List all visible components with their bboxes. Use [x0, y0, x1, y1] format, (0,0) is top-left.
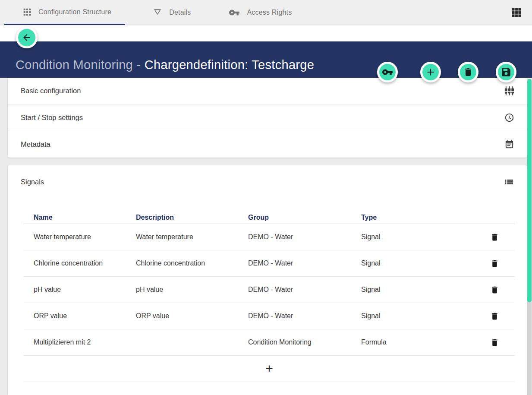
add-button[interactable] — [420, 62, 441, 82]
section-basic-configuration[interactable]: Basic configuration — [8, 78, 527, 104]
tab-access-rights[interactable]: Access Rights — [227, 0, 293, 25]
section-metadata[interactable]: Metadata — [8, 131, 527, 158]
table-row[interactable]: ORP value ORP value DEMO - Water Signal — [24, 303, 515, 329]
save-icon — [501, 66, 512, 78]
cell-group: DEMO - Water — [248, 259, 361, 267]
row-delete-button[interactable] — [490, 233, 499, 242]
page-title: Condition Monitoring - Chargendefinition… — [16, 58, 314, 72]
cell-type: Signal — [361, 259, 473, 267]
row-delete-button[interactable] — [490, 285, 499, 294]
apps-grid-icon[interactable] — [511, 0, 522, 25]
input-component-icon — [504, 86, 514, 96]
column-header-type: Type — [361, 214, 473, 221]
cell-description: Chlorine concentration — [136, 259, 248, 267]
column-header-group: Group — [248, 214, 361, 221]
filter-icon — [153, 8, 162, 17]
signals-header: Signals — [8, 165, 527, 187]
cell-type: Signal — [361, 312, 473, 320]
table-row[interactable]: Multiplizieren mit 2 Condition Monitorin… — [24, 329, 515, 356]
cell-name: pH value — [24, 286, 136, 294]
key-icon — [382, 66, 393, 78]
back-button[interactable] — [16, 27, 38, 48]
cell-type: Signal — [361, 233, 473, 241]
row-delete-button[interactable] — [490, 259, 499, 268]
cell-name: ORP value — [24, 312, 136, 320]
table-row[interactable]: Water temperature Water temperature DEMO… — [24, 224, 515, 250]
grid-icon — [23, 8, 31, 16]
cell-group: DEMO - Water — [248, 312, 361, 320]
cell-group: Condition Monitoring — [248, 338, 361, 346]
cell-description: ORP value — [136, 312, 248, 320]
signals-card: Signals Name Description Group Type Wate… — [8, 165, 527, 395]
plus-icon: + — [265, 362, 273, 375]
column-header-description: Description — [136, 214, 248, 221]
event-note-icon — [504, 139, 514, 149]
cell-name: Chlorine concentration — [24, 259, 136, 267]
trash-icon — [463, 67, 473, 77]
header-spacer — [0, 25, 532, 41]
section-label: Metadata — [21, 140, 50, 149]
add-signal-button[interactable]: + — [24, 356, 515, 382]
cell-name: Multiplizieren mit 2 — [24, 338, 136, 346]
tab-label: Details — [169, 9, 191, 16]
scrollbar-track[interactable] — [527, 79, 532, 395]
clock-icon — [504, 113, 514, 123]
cell-name: Water temperature — [24, 233, 136, 241]
delete-button[interactable] — [458, 62, 478, 82]
cell-type: Signal — [361, 286, 473, 294]
column-header-name: Name — [24, 214, 136, 221]
cell-description: pH value — [136, 286, 248, 294]
section-start-stop-settings[interactable]: Start / Stop settings — [8, 104, 527, 131]
key-icon — [229, 7, 240, 18]
row-delete-button[interactable] — [490, 338, 499, 347]
page-title-prefix: Condition Monitoring - — [16, 58, 145, 72]
tab-details[interactable]: Details — [151, 0, 192, 25]
arrow-left-icon — [22, 32, 32, 43]
row-delete-button[interactable] — [490, 312, 499, 321]
table-row[interactable]: pH value pH value DEMO - Water Signal — [24, 277, 515, 303]
tab-label: Configuration Structure — [38, 8, 111, 16]
table-row[interactable]: Chlorine concentration Chlorine concentr… — [24, 250, 515, 277]
cell-description: Water temperature — [136, 233, 248, 241]
section-label: Basic configuration — [21, 87, 81, 95]
page-header: Condition Monitoring - Chargendefinition… — [0, 41, 532, 78]
scrollbar-thumb[interactable] — [527, 79, 532, 302]
tab-label: Access Rights — [247, 9, 292, 16]
page-title-highlight: Chargendefinition: Testcharge — [145, 58, 314, 72]
tab-bar: Configuration Structure Details Access R… — [0, 0, 532, 25]
signals-table: Name Description Group Type Water temper… — [24, 211, 515, 382]
configuration-sections-card: Basic configuration Start / Stop setting… — [8, 78, 527, 158]
list-icon[interactable] — [504, 177, 514, 187]
tab-configuration-structure[interactable]: Configuration Structure — [4, 0, 125, 25]
signals-title: Signals — [21, 178, 44, 186]
cell-group: DEMO - Water — [248, 233, 361, 241]
plus-icon — [425, 66, 436, 78]
table-header-row: Name Description Group Type — [24, 211, 515, 224]
save-button[interactable] — [496, 62, 516, 82]
section-label: Start / Stop settings — [21, 114, 83, 122]
access-rights-button[interactable] — [377, 62, 398, 82]
cell-group: DEMO - Water — [248, 286, 361, 294]
app-screen: Configuration Structure Details Access R… — [0, 0, 532, 395]
cell-type: Formula — [361, 338, 473, 346]
